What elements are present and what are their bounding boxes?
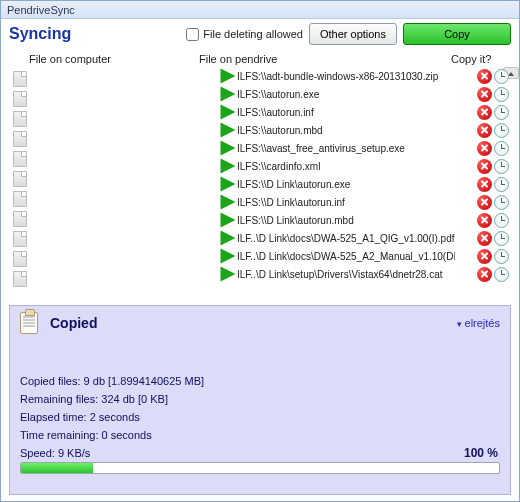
cancel-icon[interactable] [477, 267, 492, 282]
time-remaining-line: Time remaining: 0 seconds [20, 426, 500, 444]
file-row[interactable]: ILFS:\\autorun.inf [9, 103, 511, 121]
cancel-icon[interactable] [477, 159, 492, 174]
file-name: ILFS:\\cardinfo.xml [237, 161, 455, 172]
syncing-heading: Syncing [9, 25, 180, 43]
schedule-icon[interactable] [494, 159, 509, 174]
file-row[interactable]: ILFS:\\autorun.exe [9, 85, 511, 103]
schedule-icon[interactable] [494, 177, 509, 192]
hide-link[interactable]: elrejtés [457, 317, 500, 329]
clipboard-icon [20, 312, 38, 334]
file-row[interactable]: ILFS:\\cardinfo.xml [9, 157, 511, 175]
elapsed-time-line: Elapsed time: 2 seconds [20, 408, 500, 426]
copy-button[interactable]: Copy [403, 23, 511, 45]
file-row[interactable]: ILFS:\\adt-bundle-windows-x86-20131030.z… [9, 67, 511, 85]
file-name: ILFS:\\D Link\autorun.exe [237, 179, 455, 190]
file-row[interactable]: ILFS:\\D Link\autorun.mbd [9, 211, 511, 229]
arrow-right-icon [219, 85, 237, 103]
svg-marker-3 [221, 123, 236, 138]
status-title: Copied [50, 315, 457, 331]
arrow-right-icon [219, 157, 237, 175]
cancel-icon[interactable] [477, 177, 492, 192]
svg-marker-4 [221, 141, 236, 156]
arrow-right-icon [219, 229, 237, 247]
file-deleting-checkbox[interactable] [186, 28, 199, 41]
file-name: ILFS:\\autorun.exe [237, 89, 455, 100]
svg-marker-8 [221, 213, 236, 228]
cancel-icon[interactable] [477, 249, 492, 264]
schedule-icon[interactable] [494, 87, 509, 102]
svg-marker-11 [221, 267, 236, 282]
file-row[interactable]: ILFS:\\D Link\autorun.inf [9, 193, 511, 211]
schedule-icon[interactable] [494, 213, 509, 228]
file-name: ILFS:\\D Link\autorun.inf [237, 197, 455, 208]
progress-fill [21, 463, 93, 473]
file-name: ILFS:\\autorun.mbd [237, 125, 455, 136]
window-titlebar: PendriveSync [1, 1, 519, 19]
status-lines: Copied files: 9 db [1.8994140625 MB] Rem… [20, 372, 500, 444]
cancel-icon[interactable] [477, 141, 492, 156]
arrow-right-icon [219, 67, 237, 85]
remaining-files-line: Remaining files: 324 db [0 KB] [20, 390, 500, 408]
file-deleting-allowed[interactable]: File deleting allowed [186, 28, 303, 41]
schedule-icon[interactable] [494, 195, 509, 210]
arrow-right-icon [219, 211, 237, 229]
file-row[interactable]: ILFS:\\avast_free_antivirus_setup.exe [9, 139, 511, 157]
cancel-icon[interactable] [477, 195, 492, 210]
file-name: ILFS:\\D Link\autorun.mbd [237, 215, 455, 226]
arrow-right-icon [219, 193, 237, 211]
arrow-right-icon [219, 139, 237, 157]
cancel-icon[interactable] [477, 105, 492, 120]
svg-marker-10 [221, 249, 236, 264]
file-row[interactable]: ILFS:\\D Link\autorun.exe [9, 175, 511, 193]
schedule-icon[interactable] [494, 267, 509, 282]
schedule-icon[interactable] [494, 249, 509, 264]
arrow-right-icon [219, 247, 237, 265]
progress-percent: 100 % [464, 446, 500, 460]
cancel-icon[interactable] [477, 231, 492, 246]
cancel-icon[interactable] [477, 69, 492, 84]
file-row[interactable]: ILFS:\\autorun.mbd [9, 121, 511, 139]
cancel-icon[interactable] [477, 213, 492, 228]
file-row[interactable]: ILF..\D Link\docs\DWA-525_A1_QIG_v1.00(I… [9, 229, 511, 247]
schedule-icon[interactable] [494, 105, 509, 120]
svg-marker-0 [221, 69, 236, 84]
speed-line: Speed: 9 KB/s [20, 447, 464, 459]
arrow-right-icon [219, 121, 237, 139]
svg-marker-2 [221, 105, 236, 120]
file-list: ILFS:\\adt-bundle-windows-x86-20131030.z… [1, 67, 519, 297]
cancel-icon[interactable] [477, 123, 492, 138]
svg-marker-9 [221, 231, 236, 246]
svg-marker-1 [221, 87, 236, 102]
file-name: ILFS:\\adt-bundle-windows-x86-20131030.z… [237, 71, 455, 82]
copied-files-line: Copied files: 9 db [1.8994140625 MB] [20, 372, 500, 390]
svg-marker-5 [221, 159, 236, 174]
col-copy-it: Copy it? [451, 53, 511, 65]
svg-marker-7 [221, 195, 236, 210]
file-row[interactable]: ILF..\D Link\setup\Drivers\Vistax64\dnet… [9, 265, 511, 283]
cancel-icon[interactable] [477, 87, 492, 102]
schedule-icon[interactable] [494, 231, 509, 246]
file-row[interactable]: ILF..\D Link\docs\DWA-525_A2_Manual_v1.1… [9, 247, 511, 265]
file-name: ILF..\D Link\setup\Drivers\Vistax64\dnet… [237, 269, 455, 280]
top-toolbar: Syncing File deleting allowed Other opti… [1, 19, 519, 49]
progress-bar [20, 462, 500, 474]
arrow-right-icon [219, 175, 237, 193]
column-headers: File on computer File on pendrive Copy i… [1, 49, 519, 67]
file-deleting-label: File deleting allowed [203, 28, 303, 40]
schedule-icon[interactable] [494, 69, 509, 84]
col-file-pendrive: File on pendrive [189, 53, 451, 65]
status-panel: Copied elrejtés Copied files: 9 db [1.89… [9, 305, 511, 495]
file-name: ILF..\D Link\docs\DWA-525_A2_Manual_v1.1… [237, 251, 455, 262]
arrow-right-icon [219, 103, 237, 121]
svg-marker-6 [221, 177, 236, 192]
schedule-icon[interactable] [494, 123, 509, 138]
file-name: ILFS:\\autorun.inf [237, 107, 455, 118]
arrow-right-icon [219, 265, 237, 283]
file-name: ILFS:\\avast_free_antivirus_setup.exe [237, 143, 455, 154]
schedule-icon[interactable] [494, 141, 509, 156]
col-file-computer: File on computer [9, 53, 189, 65]
window-title: PendriveSync [7, 4, 75, 16]
file-name: ILF..\D Link\docs\DWA-525_A1_QIG_v1.00(I… [237, 233, 455, 244]
other-options-button[interactable]: Other options [309, 23, 397, 45]
